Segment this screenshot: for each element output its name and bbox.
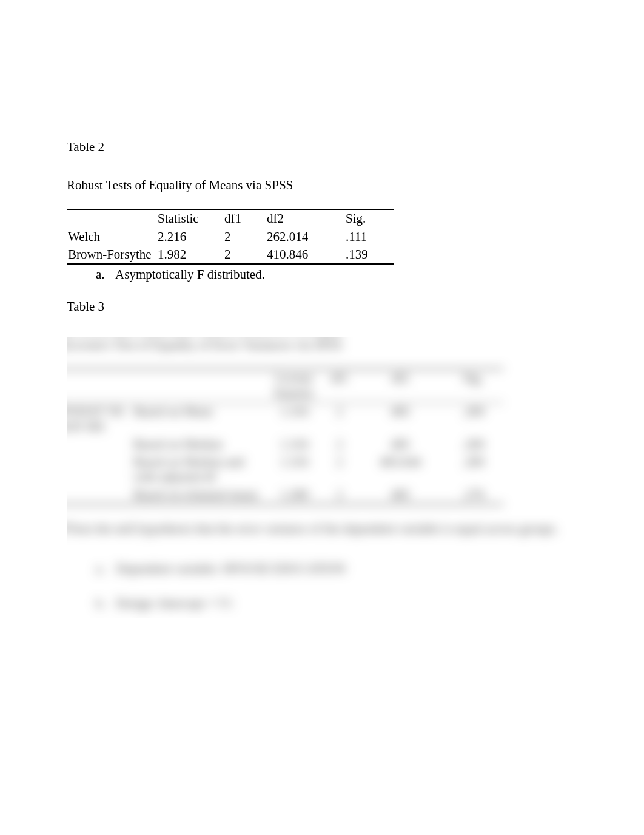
- table-2-footnote: a. Asymptotically F distributed.: [67, 267, 577, 282]
- cell-stat: 1.316: [267, 403, 321, 436]
- cell-df1: 2: [321, 453, 358, 486]
- cell-df2: 485: [358, 403, 443, 436]
- table-row: Based on Median 1.316 2 485 .269: [67, 436, 503, 453]
- list-text: Design: Intercept + V1: [116, 596, 233, 610]
- cell-basis: Based on Median: [133, 436, 267, 453]
- cell-df1: 2: [321, 403, 358, 436]
- table-3-label: Table 3: [67, 299, 577, 314]
- col-header-levene: Levene Statistic: [267, 369, 321, 403]
- cell-df1: 2: [224, 246, 267, 264]
- table-3-notes-list: a. Dependent variable: SPOUSE EDUCATION …: [67, 553, 577, 618]
- cell-basis: Based on Median and with adjusted df: [133, 453, 267, 486]
- cell-basis: Based on Mean: [133, 403, 267, 436]
- cell-stat: 1.316: [267, 436, 321, 453]
- table-3-title: Levene's Test of Equality of Error Varia…: [67, 337, 577, 353]
- cell-sig: .276: [443, 486, 503, 504]
- table-row: Based on Median and with adjusted df 1.3…: [67, 453, 503, 486]
- table-row: Welch 2.216 2 262.014 .111: [67, 228, 394, 246]
- cell-sig: .269: [443, 403, 503, 436]
- table-2-title: Robust Tests of Equality of Means via SP…: [67, 178, 577, 193]
- table-3-post-note: Tests the null hypothesis that the error…: [67, 515, 577, 543]
- table-row: Based on trimmed mean 1.289 2 485 .276: [67, 486, 503, 504]
- list-item: a. Dependent variable: SPOUSE EDUCATION: [96, 553, 577, 584]
- col-header-statistic: Statistic: [158, 209, 224, 228]
- table-row: WHAT YR OF MS Based on Mean 1.316 2 485 …: [67, 403, 503, 436]
- col-header-df2: df2: [267, 209, 346, 228]
- cell-group: WHAT YR OF MS: [67, 403, 133, 436]
- footnote-prefix: a.: [96, 267, 113, 282]
- table-row: Brown-Forsythe 1.982 2 410.846 .139: [67, 246, 394, 264]
- col-header-blank2: [133, 369, 267, 403]
- cell-df2: 483.644: [358, 453, 443, 486]
- list-prefix: b.: [96, 588, 113, 618]
- list-prefix: a.: [96, 553, 113, 584]
- table-2: Statistic df1 df2 Sig. Welch 2.216 2 262…: [67, 209, 577, 265]
- cell-df1: 2: [321, 436, 358, 453]
- cell-name: Welch: [67, 228, 158, 246]
- footnote-text: Asymptotically F distributed.: [115, 267, 265, 282]
- col-header-df1: df1: [224, 209, 267, 228]
- blurred-content-region: Levene's Test of Equality of Error Varia…: [67, 337, 577, 618]
- cell-df1: 2: [321, 486, 358, 504]
- cell-df2: 262.014: [267, 228, 346, 246]
- list-text: Dependent variable: SPOUSE EDUCATION: [116, 561, 346, 576]
- col-header-df2: df2: [358, 369, 443, 403]
- cell-df2: 485: [358, 436, 443, 453]
- table-2-label: Table 2: [67, 140, 577, 155]
- list-item: b. Design: Intercept + V1: [96, 588, 577, 618]
- cell-sig: .269: [443, 436, 503, 453]
- cell-stat: 1.982: [158, 246, 224, 264]
- col-header-blank: [67, 209, 158, 228]
- col-header-sig: Sig.: [443, 369, 503, 403]
- col-header-df1: df1: [321, 369, 358, 403]
- cell-sig: .111: [346, 228, 394, 246]
- col-header-sig: Sig.: [346, 209, 394, 228]
- cell-stat: 1.289: [267, 486, 321, 504]
- cell-stat: 1.316: [267, 453, 321, 486]
- cell-name: Brown-Forsythe: [67, 246, 158, 264]
- cell-basis: Based on trimmed mean: [133, 486, 267, 504]
- table-3: Levene Statistic df1 df2 Sig. WHAT YR OF…: [67, 368, 577, 505]
- cell-df1: 2: [224, 228, 267, 246]
- cell-sig: .269: [443, 453, 503, 486]
- cell-df2: 485: [358, 486, 443, 504]
- cell-sig: .139: [346, 246, 394, 264]
- col-header-blank: [67, 369, 133, 403]
- cell-stat: 2.216: [158, 228, 224, 246]
- cell-df2: 410.846: [267, 246, 346, 264]
